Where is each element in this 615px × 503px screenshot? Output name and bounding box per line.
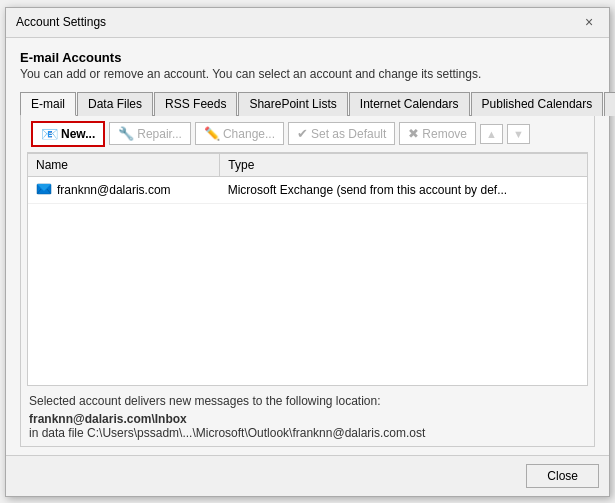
check-icon: ✔ <box>297 126 308 141</box>
repair-label: Repair... <box>137 127 182 141</box>
move-down-button[interactable]: ▼ <box>507 124 530 144</box>
tab-internet-calendars[interactable]: Internet Calendars <box>349 92 470 116</box>
data-file-path: C:\Users\pssadm\...\Microsoft\Outlook\fr… <box>87 426 425 440</box>
new-icon: 📧 <box>41 126 58 142</box>
remove-label: Remove <box>422 127 467 141</box>
tab-email[interactable]: E-mail <box>20 92 76 116</box>
set-default-button[interactable]: ✔ Set as Default <box>288 122 395 145</box>
new-button-label: New... <box>61 127 95 141</box>
main-content: E-mail Accounts You can add or remove an… <box>6 38 609 455</box>
tab-content-area: 📧 New... 🔧 Repair... ✏️ Change... ✔ Set … <box>20 116 595 447</box>
table-header: Name Type <box>28 154 587 177</box>
remove-icon: ✖ <box>408 126 419 141</box>
data-file-label: in data file <box>29 426 84 440</box>
dialog-footer: Close <box>6 455 609 496</box>
footer-info: Selected account delivers new messages t… <box>27 394 588 440</box>
account-email: franknn@dalaris.com <box>57 183 171 197</box>
table-row[interactable]: franknn@dalaris.com Microsoft Exchange (… <box>28 177 587 204</box>
close-dialog-button[interactable]: Close <box>526 464 599 488</box>
change-icon: ✏️ <box>204 126 220 141</box>
change-button[interactable]: ✏️ Change... <box>195 122 284 145</box>
move-up-button[interactable]: ▲ <box>480 124 503 144</box>
repair-button[interactable]: 🔧 Repair... <box>109 122 191 145</box>
account-settings-window: Account Settings × E-mail Accounts You c… <box>5 7 610 497</box>
tab-bar: E-mail Data Files RSS Feeds SharePoint L… <box>20 91 595 116</box>
window-title: Account Settings <box>16 15 106 29</box>
account-type-cell: Microsoft Exchange (send from this accou… <box>220 181 587 199</box>
set-default-label: Set as Default <box>311 127 386 141</box>
tab-sharepoint-lists[interactable]: SharePoint Lists <box>238 92 347 116</box>
tab-data-files[interactable]: Data Files <box>77 92 153 116</box>
section-title: E-mail Accounts <box>20 50 595 65</box>
window-close-button[interactable]: × <box>579 12 599 32</box>
tab-rss-feeds[interactable]: RSS Feeds <box>154 92 237 116</box>
tab-address-books[interactable]: Address Books <box>604 92 615 116</box>
inbox-path: franknn@dalaris.com\Inbox <box>29 412 187 426</box>
change-label: Change... <box>223 127 275 141</box>
section-description: You can add or remove an account. You ca… <box>20 67 595 81</box>
exchange-icon <box>36 182 52 198</box>
title-bar: Account Settings × <box>6 8 609 38</box>
new-account-button[interactable]: 📧 New... <box>31 121 105 147</box>
footer-line1: Selected account delivers new messages t… <box>29 394 586 408</box>
col-header-type: Type <box>220 154 587 176</box>
remove-button[interactable]: ✖ Remove <box>399 122 476 145</box>
repair-icon: 🔧 <box>118 126 134 141</box>
accounts-toolbar: 📧 New... 🔧 Repair... ✏️ Change... ✔ Set … <box>27 116 588 153</box>
accounts-table: Name Type franknn@dalaris <box>27 153 588 386</box>
account-name-cell: franknn@dalaris.com <box>28 180 220 200</box>
col-header-name: Name <box>28 154 220 176</box>
tab-published-calendars[interactable]: Published Calendars <box>471 92 604 116</box>
